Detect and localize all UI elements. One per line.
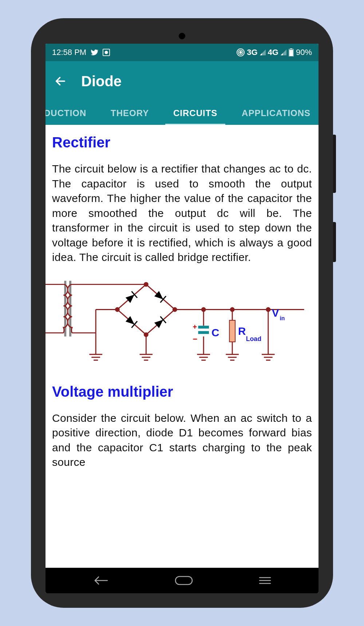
nav-recent-button[interactable] <box>259 576 271 585</box>
diagram-plus: + <box>193 322 197 330</box>
screen: 12:58 PM 3G 4G <box>46 44 318 593</box>
phone-side-button-2 <box>333 222 336 262</box>
svg-point-2 <box>240 51 242 54</box>
svg-point-33 <box>202 308 205 311</box>
twitter-icon <box>90 48 99 57</box>
phone-frame: 12:58 PM 3G 4G <box>31 18 333 608</box>
section-body-rectifier: The circuit below is a rectifier that ch… <box>52 162 312 265</box>
back-button[interactable] <box>54 75 67 87</box>
tab-introduction[interactable]: DUCTION <box>46 102 94 125</box>
status-bar: 12:58 PM 3G 4G <box>46 44 318 61</box>
svg-rect-7 <box>289 50 293 56</box>
svg-rect-41 <box>198 331 209 334</box>
tab-theory[interactable]: THEORY <box>103 102 157 125</box>
signal-2-icon <box>281 49 286 55</box>
diagram-c-label: C <box>211 326 219 338</box>
diagram-v-label: V <box>272 307 279 319</box>
app-bar: Diode <box>46 61 318 101</box>
diagram-load-label: Load <box>246 335 261 342</box>
svg-point-1 <box>105 51 108 54</box>
diagram-minus: − <box>193 334 198 344</box>
svg-rect-40 <box>198 325 209 328</box>
tab-bar: DUCTION THEORY CIRCUITS APPLICATIONS <box>46 101 318 125</box>
android-nav-bar <box>46 568 318 593</box>
section-title-rectifier: Rectifier <box>52 134 312 151</box>
diagram-r-label: R <box>238 325 246 337</box>
phone-side-button-1 <box>333 135 336 193</box>
diagram-in-label: in <box>280 315 285 321</box>
tab-applications[interactable]: APPLICATIONS <box>234 102 318 125</box>
content-area[interactable]: Rectifier The circuit below is a rectifi… <box>46 125 318 568</box>
svg-rect-42 <box>229 320 235 342</box>
network-3g-label: 3G <box>247 48 257 57</box>
section-title-voltage-multiplier: Voltage multiplier <box>52 384 312 400</box>
svg-point-43 <box>266 307 270 312</box>
battery-text: 90% <box>296 48 312 57</box>
hotspot-icon <box>237 48 245 56</box>
signal-1-icon <box>260 49 266 55</box>
section-body-voltage-multiplier: Consider the circuit below. When an ac s… <box>52 411 312 470</box>
network-4g-label: 4G <box>268 48 278 57</box>
battery-icon <box>289 48 294 56</box>
status-right: 3G 4G 90% <box>237 48 312 57</box>
status-left: 12:58 PM <box>52 48 110 57</box>
nav-home-button[interactable] <box>175 576 193 585</box>
phone-speaker <box>179 33 185 39</box>
clock-text: 12:58 PM <box>52 48 86 57</box>
record-icon <box>102 48 110 56</box>
rectifier-circuit-diagram: + − C R Load V in <box>46 269 318 375</box>
nav-back-button[interactable] <box>93 575 109 586</box>
svg-point-34 <box>230 308 234 311</box>
tab-circuits[interactable]: CIRCUITS <box>165 102 225 125</box>
svg-rect-61 <box>175 577 192 585</box>
page-title: Diode <box>81 73 122 90</box>
